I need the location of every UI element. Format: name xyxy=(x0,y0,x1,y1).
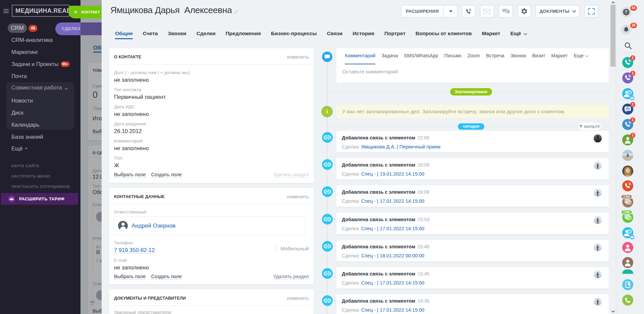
svg-text:@: @ xyxy=(628,201,629,202)
svg-text:@: @ xyxy=(628,216,629,217)
